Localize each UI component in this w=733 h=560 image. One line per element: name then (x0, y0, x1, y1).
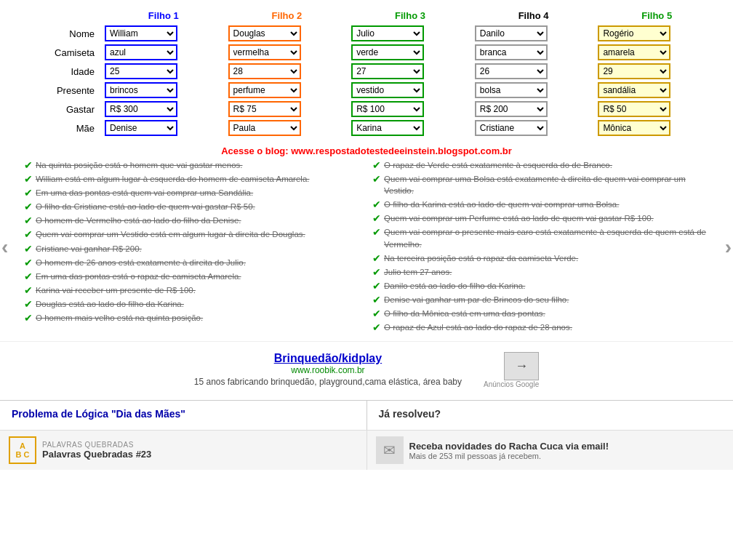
check-icon: ✔ (24, 159, 33, 171)
filho3-camiseta-select[interactable]: verde (351, 44, 424, 60)
clue-item: ✔Quem vai comprar uma Bolsa está exatame… (372, 173, 709, 196)
filho3-idade-select[interactable]: 27 (351, 63, 424, 79)
check-icon: ✔ (24, 187, 33, 199)
filho5-nome-select[interactable]: Rogério (598, 25, 670, 41)
nav-right-arrow[interactable]: › (725, 236, 732, 259)
filho1-presente-select[interactable]: brincos (105, 82, 177, 98)
blog-link[interactable]: Acesse o blog: www.respostadotestedeeins… (0, 141, 733, 159)
filho5-nome-cell[interactable]: Rogério (595, 24, 718, 43)
filho3-mae-select[interactable]: Karina (351, 120, 424, 136)
filho5-gastar-select[interactable]: R$ 50 (598, 101, 670, 117)
clue-item: ✔O filho da Mônica está em uma das ponta… (372, 308, 709, 319)
filho5-presente-select[interactable]: sandália (598, 82, 670, 98)
filho1-mae-select[interactable]: Denise (105, 120, 177, 136)
filho2-presente-select[interactable]: perfume (228, 82, 301, 98)
label-gastar: Gastar (15, 100, 102, 119)
check-icon: ✔ (372, 294, 381, 305)
row-gastar: Gastar R$ 300 R$ 75 R$ 100 R$ 200 R$ 50 (15, 100, 718, 119)
footer-bar: AB C PALAVRAS QUEBRADAS Palavras Quebrad… (0, 430, 733, 470)
clue-item: ✔Cristiane vai ganhar R$ 200. (24, 243, 361, 255)
filho4-gastar-select[interactable]: R$ 200 (475, 101, 548, 117)
filho2-idade-select[interactable]: 28 (228, 63, 301, 79)
check-icon: ✔ (24, 257, 33, 268)
check-icon: ✔ (372, 308, 381, 319)
check-icon: ✔ (372, 226, 381, 238)
filho5-mae-select[interactable]: Mônica (598, 120, 670, 136)
filho1-nome-select[interactable]: William (105, 25, 177, 41)
filho4-nome-select[interactable]: Danilo (475, 25, 548, 41)
footer-left-title: Palavras Quebradas #23 (42, 449, 151, 460)
filho3-nome-select[interactable]: Julio (351, 25, 424, 41)
ad-title[interactable]: Brinquedão/kidplay (194, 352, 462, 365)
filho1-nome-cell[interactable]: William (102, 24, 225, 43)
filho4-mae-select[interactable]: Cristiane (475, 120, 548, 136)
filho4-camiseta-select[interactable]: branca (475, 44, 548, 60)
ad-button-arrow-icon: → (515, 359, 528, 374)
ad-text-block: Brinquedão/kidplay www.roobik.com.br 15 … (194, 352, 462, 388)
ad-button[interactable]: → (504, 352, 539, 380)
filho3-header: Filho 3 (348, 7, 472, 24)
check-icon: ✔ (372, 280, 381, 292)
clue-item: ✔Quem vai comprar um Vestido está em alg… (24, 228, 361, 240)
filho1-gastar-select[interactable]: R$ 300 (105, 101, 177, 117)
clue-item: ✔Denise vai ganhar um par de Brincos do … (372, 294, 709, 305)
filho2-camiseta-select[interactable]: vermelha (228, 44, 301, 60)
bottom-right: Já resolveu? (367, 401, 734, 430)
check-icon: ✔ (372, 173, 381, 185)
check-icon: ✔ (24, 201, 33, 212)
email-icon: ✉ (376, 436, 404, 464)
clues-right-col: ✔O rapaz de Verde está exatamente à esqu… (366, 159, 715, 335)
filho2-header: Filho 2 (225, 7, 349, 24)
filho4-idade-select[interactable]: 26 (475, 63, 548, 79)
check-icon: ✔ (24, 215, 33, 226)
ad-inner: Brinquedão/kidplay www.roobik.com.br 15 … (15, 352, 718, 388)
filho2-mae-select[interactable]: Paula (228, 120, 301, 136)
check-icon: ✔ (372, 266, 381, 278)
clue-item: ✔Julio tem 27 anos. (372, 266, 709, 278)
footer-right-text: Receba novidades do Racha Cuca via email… (409, 441, 609, 460)
clue-item: ✔O homem de Vermelho está ao lado do fil… (24, 215, 361, 226)
clue-item: ✔Karina vai receber um presente de R$ 10… (24, 284, 361, 296)
filho5-camiseta-select[interactable]: amarela (598, 44, 670, 60)
label-nome: Nome (15, 24, 102, 43)
bottom-left-heading: Problema de Lógica "Dia das Mães" (12, 408, 355, 420)
filho1-camiseta-select[interactable]: azul (105, 44, 177, 60)
check-icon: ✔ (24, 284, 33, 296)
check-icon: ✔ (24, 243, 33, 255)
row-idade: Idade 25 28 27 26 29 (15, 62, 718, 81)
nav-left-arrow[interactable]: ‹ (1, 236, 8, 259)
filho5-header: Filho 5 (595, 7, 718, 24)
footer-right-sub: Mais de 253 mil pessoas já recebem. (409, 452, 609, 460)
clue-item: ✔Quem vai comprar o presente mais caro e… (372, 226, 709, 249)
clues-section: ‹ ✔Na quinta posição está o homem que va… (0, 159, 733, 335)
filho2-nome-cell[interactable]: Douglas (225, 24, 349, 43)
label-camiseta: Camiseta (15, 43, 102, 62)
filho1-header: Filho 1 (102, 7, 225, 24)
filho4-nome-cell[interactable]: Danilo (472, 24, 596, 43)
clue-item: ✔Quem vai comprar um Perfume está ao lad… (372, 212, 709, 224)
filho3-presente-select[interactable]: vestido (351, 82, 424, 98)
filho3-gastar-select[interactable]: R$ 100 (351, 101, 424, 117)
filho3-nome-cell[interactable]: Julio (348, 24, 472, 43)
children-table: Filho 1 Filho 2 Filho 3 Filho 4 Filho 5 … (15, 7, 718, 137)
footer-left[interactable]: AB C PALAVRAS QUEBRADAS Palavras Quebrad… (0, 431, 367, 470)
bottom-right-heading: Já resolveu? (379, 408, 722, 420)
clue-item: ✔O filho da Karina está ao lado de quem … (372, 199, 709, 210)
footer-left-tag: PALAVRAS QUEBRADAS (42, 441, 151, 449)
clue-item: ✔O rapaz de Verde está exatamente à esqu… (372, 159, 709, 171)
row-mae: Mãe Denise Paula Karina Cristiane Mônica (15, 119, 718, 137)
footer-right[interactable]: ✉ Receba novidades do Racha Cuca via ema… (367, 431, 734, 470)
label-idade: Idade (15, 62, 102, 81)
clue-item: ✔O rapaz de Azul está ao lado do rapaz d… (372, 321, 709, 333)
check-icon: ✔ (372, 252, 381, 264)
filho5-idade-select[interactable]: 29 (598, 63, 670, 79)
filho4-presente-select[interactable]: bolsa (475, 82, 548, 98)
filho2-nome-select[interactable]: Douglas (228, 25, 301, 41)
check-icon: ✔ (24, 173, 33, 185)
clue-item: ✔Na quinta posição está o homem que vai … (24, 159, 361, 171)
table-section: Filho 1 Filho 2 Filho 3 Filho 4 Filho 5 … (0, 0, 733, 141)
check-icon: ✔ (24, 228, 33, 240)
filho1-idade-select[interactable]: 25 (105, 63, 177, 79)
filho2-gastar-select[interactable]: R$ 75 (228, 101, 301, 117)
footer-left-text: PALAVRAS QUEBRADAS Palavras Quebradas #2… (42, 441, 151, 460)
